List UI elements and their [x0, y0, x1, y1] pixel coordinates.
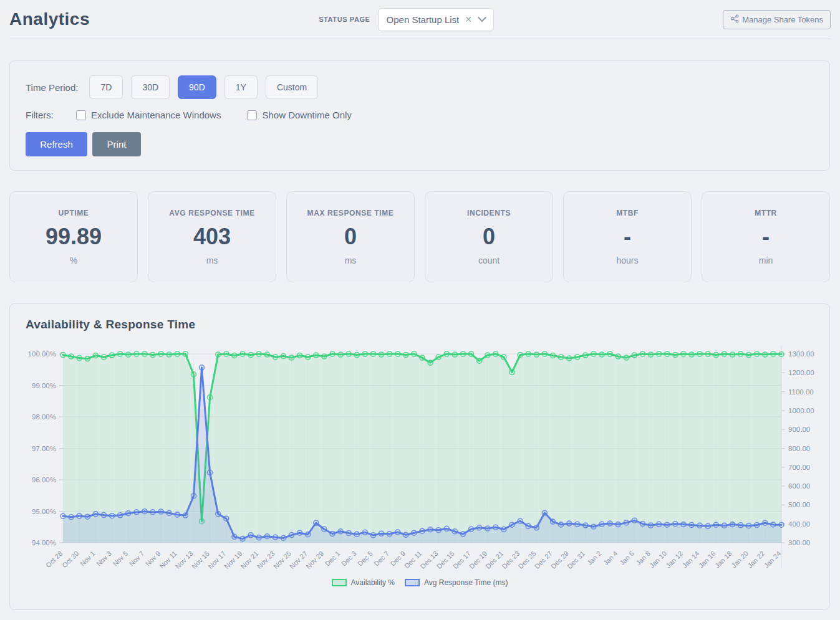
exclude-maintenance-label: Exclude Maintenance Windows	[91, 110, 221, 120]
chart-title: Availability & Response Time	[26, 318, 195, 331]
svg-text:Nov 27: Nov 27	[288, 550, 309, 570]
stat-label: INCIDENTS	[467, 209, 511, 217]
svg-text:Nov 23: Nov 23	[256, 550, 276, 570]
svg-text:Dec 31: Dec 31	[566, 550, 586, 570]
svg-text:1300.00: 1300.00	[788, 350, 814, 358]
legend-item-availability: Availability %	[332, 578, 395, 587]
manage-share-tokens-label: Manage Share Tokens	[742, 15, 823, 24]
svg-text:Dec 29: Dec 29	[549, 550, 570, 570]
svg-text:94.00%: 94.00%	[32, 539, 56, 546]
time-period-row: Time Period: 7D 30D 90D 1Y Custom	[26, 75, 814, 99]
svg-text:Oct 30: Oct 30	[60, 550, 80, 569]
svg-text:97.00%: 97.00%	[32, 445, 56, 452]
clear-selection-icon[interactable]: ✕	[465, 15, 472, 24]
svg-text:99.00%: 99.00%	[32, 382, 56, 389]
svg-text:600.00: 600.00	[788, 482, 810, 490]
status-page-zone: STATUS PAGE Open Startup List ✕	[319, 8, 494, 31]
show-downtime-label: Show Downtime Only	[262, 110, 351, 120]
stat-card-incidents: INCIDENTS 0 count	[425, 191, 553, 282]
svg-text:700.00: 700.00	[788, 464, 810, 471]
svg-text:Dec 5: Dec 5	[356, 550, 374, 568]
stat-unit: min	[759, 255, 773, 265]
svg-text:Jan 14: Jan 14	[681, 550, 701, 570]
svg-text:Nov 25: Nov 25	[272, 550, 292, 570]
stat-unit: ms	[206, 255, 218, 265]
svg-text:100.00%: 100.00%	[28, 350, 56, 358]
stat-value: -	[624, 224, 631, 250]
svg-text:96.00%: 96.00%	[32, 476, 56, 484]
stat-card-mtbf: MTBF - hours	[563, 191, 692, 282]
svg-text:Jan 4: Jan 4	[602, 550, 619, 567]
svg-text:Dec 1: Dec 1	[324, 550, 342, 568]
stat-unit: count	[478, 255, 500, 265]
svg-text:95.00%: 95.00%	[32, 508, 56, 515]
print-button[interactable]: Print	[92, 132, 141, 156]
svg-text:Jan 24: Jan 24	[763, 550, 783, 570]
filters-row: Filters: Exclude Maintenance Windows Sho…	[26, 110, 814, 120]
status-page-label: STATUS PAGE	[319, 16, 370, 23]
availability-response-chart: 100.00%99.00%98.00%97.00%96.00%95.00%94.…	[10, 338, 829, 575]
time-period-label: Time Period:	[26, 82, 78, 93]
app-title: Analytics	[9, 9, 90, 29]
stat-value: 0	[344, 224, 357, 250]
actions-row: Refresh Print	[26, 132, 814, 156]
stat-label: UPTIME	[59, 209, 89, 217]
svg-text:Nov 17: Nov 17	[206, 550, 227, 570]
time-period-90d-button[interactable]: 90D	[178, 75, 216, 99]
legend-item-response: Avg Response Time (ms)	[405, 578, 508, 587]
status-page-select[interactable]: Open Startup List ✕	[378, 8, 494, 31]
svg-text:Nov 21: Nov 21	[239, 550, 259, 570]
svg-text:Nov 1: Nov 1	[79, 550, 97, 568]
svg-text:Dec 23: Dec 23	[500, 550, 521, 570]
share-icon	[730, 14, 739, 25]
time-period-1y-button[interactable]: 1Y	[224, 75, 258, 99]
filter-panel: Time Period: 7D 30D 90D 1Y Custom Filter…	[9, 60, 830, 171]
svg-text:Jan 10: Jan 10	[648, 550, 668, 570]
svg-text:300.00: 300.00	[788, 539, 810, 546]
filters-label: Filters:	[26, 110, 54, 120]
time-period-30d-button[interactable]: 30D	[131, 75, 170, 99]
svg-text:Nov 13: Nov 13	[174, 550, 195, 570]
stat-unit: hours	[616, 255, 638, 265]
svg-text:Dec 7: Dec 7	[372, 550, 390, 568]
svg-text:Dec 17: Dec 17	[451, 550, 472, 570]
svg-text:Jan 20: Jan 20	[730, 550, 750, 570]
svg-text:Dec 15: Dec 15	[435, 550, 456, 570]
svg-text:Nov 3: Nov 3	[95, 550, 113, 568]
svg-text:Jan 12: Jan 12	[664, 550, 684, 570]
legend-label: Avg Response Time (ms)	[424, 578, 508, 587]
time-period-7d-button[interactable]: 7D	[89, 75, 123, 99]
svg-text:1000.00: 1000.00	[788, 407, 814, 414]
stat-value: 99.89	[46, 224, 102, 250]
stat-value: 0	[483, 224, 495, 250]
exclude-maintenance-group: Exclude Maintenance Windows	[76, 110, 221, 120]
svg-text:Jan 6: Jan 6	[618, 550, 635, 567]
stats-row: UPTIME 99.89 % AVG RESPONSE TIME 403 ms …	[9, 191, 830, 282]
refresh-button[interactable]: Refresh	[26, 132, 87, 156]
stat-label: MTBF	[616, 209, 639, 217]
top-header: Analytics STATUS PAGE Open Startup List …	[9, 0, 831, 39]
manage-share-tokens-button[interactable]: Manage Share Tokens	[723, 10, 831, 29]
status-page-selected-value: Open Startup List	[387, 14, 460, 25]
availability-swatch-icon	[332, 579, 347, 586]
stat-label: MAX RESPONSE TIME	[307, 209, 394, 217]
svg-text:900.00: 900.00	[788, 426, 810, 433]
svg-text:Nov 7: Nov 7	[128, 550, 146, 568]
svg-text:Nov 15: Nov 15	[190, 550, 211, 570]
svg-text:1100.00: 1100.00	[788, 388, 814, 396]
svg-text:Oct 28: Oct 28	[44, 550, 64, 569]
stat-card-uptime: UPTIME 99.89 %	[9, 191, 138, 282]
stat-card-max-response: MAX RESPONSE TIME 0 ms	[286, 191, 415, 282]
stat-label: AVG RESPONSE TIME	[169, 209, 254, 217]
time-period-custom-button[interactable]: Custom	[266, 75, 318, 99]
svg-text:800.00: 800.00	[788, 445, 810, 452]
stat-value: -	[762, 224, 770, 250]
show-downtime-checkbox[interactable]	[247, 110, 257, 120]
exclude-maintenance-checkbox[interactable]	[76, 110, 86, 120]
svg-text:Dec 25: Dec 25	[517, 550, 538, 570]
stat-card-avg-response: AVG RESPONSE TIME 403 ms	[148, 191, 276, 282]
svg-text:Dec 3: Dec 3	[340, 550, 358, 568]
svg-text:1200.00: 1200.00	[788, 369, 814, 376]
svg-text:Dec 19: Dec 19	[468, 550, 488, 570]
svg-text:500.00: 500.00	[788, 501, 810, 508]
